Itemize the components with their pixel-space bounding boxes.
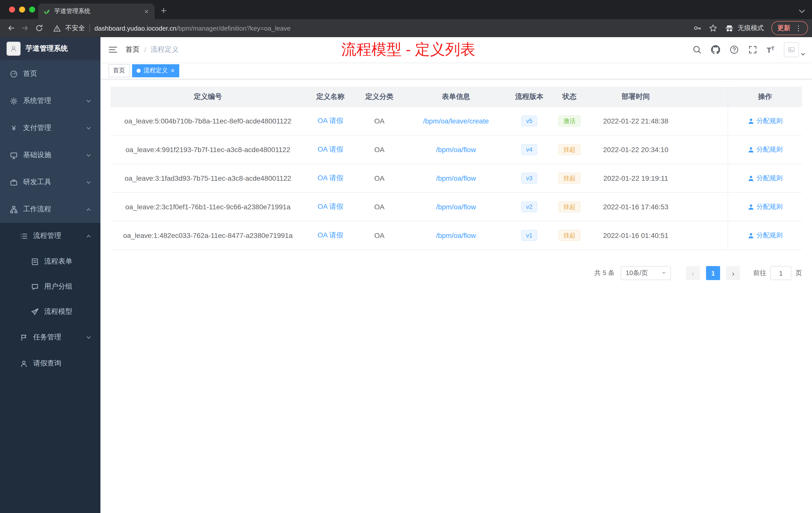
sidebar-item-devtools[interactable]: 研发工具 [0, 169, 100, 196]
sidebar-item-leave-query[interactable]: 请假查询 [0, 350, 100, 376]
status-badge: 激活 [558, 116, 580, 126]
user-menu[interactable] [784, 42, 806, 57]
definition-name-link[interactable]: OA 请假 [318, 174, 344, 182]
monitor-icon [10, 151, 18, 159]
security-label[interactable]: 不安全 [65, 24, 85, 33]
sidebar-item-payment[interactable]: ¥ 支付管理 [0, 115, 100, 142]
definition-name-link[interactable]: OA 请假 [318, 145, 344, 153]
form-info-link[interactable]: /bpm/oa/flow [436, 203, 476, 211]
help-icon[interactable] [729, 45, 738, 54]
sidebar-item-user-group[interactable]: 用户分组 [0, 274, 100, 299]
sidebar-item-home[interactable]: 首页 [0, 60, 100, 87]
font-size-icon[interactable]: TT [766, 46, 774, 54]
tab-search-icon[interactable] [799, 9, 805, 13]
goto-label: 前往 [753, 269, 766, 278]
gear-icon [10, 97, 18, 105]
cell-category: OA [355, 146, 403, 154]
menu-dots-icon[interactable]: ⋮ [795, 24, 802, 32]
person-icon [748, 175, 754, 181]
new-tab-button[interactable]: + [161, 5, 167, 16]
assign-rule-label: 分配规则 [756, 117, 783, 125]
definition-name-link[interactable]: OA 请假 [318, 202, 344, 210]
assign-rule-link[interactable]: 分配规则 [748, 202, 783, 211]
version-badge: v5 [521, 116, 537, 126]
sidebar-item-task-mgmt[interactable]: 任务管理 [0, 324, 100, 350]
assign-rule-link[interactable]: 分配规则 [748, 231, 783, 240]
browser-tab[interactable]: 芋道管理系统 × [38, 3, 155, 19]
tab-close-icon[interactable]: × [143, 7, 150, 15]
definition-table: 定义编号 定义名称 定义分类 表单信息 流程版本 状态 部署时间 操作 [111, 87, 802, 250]
goto-page-input[interactable] [770, 266, 791, 280]
fullscreen-icon[interactable] [748, 45, 757, 54]
fullscreen-window-button[interactable] [29, 6, 35, 12]
breadcrumb-home-link[interactable]: 首页 [125, 45, 140, 54]
sidebar-item-system[interactable]: 系统管理 [0, 87, 100, 115]
user-avatar[interactable] [784, 42, 799, 57]
menu-label: 流程管理 [33, 232, 61, 240]
minimize-window-button[interactable] [19, 6, 25, 12]
definition-name-link[interactable]: OA 请假 [318, 117, 344, 124]
toolbar-right: 无痕模式 更新 ⋮ [694, 21, 808, 35]
navbar-actions: TT [692, 42, 812, 57]
assign-rule-link[interactable]: 分配规则 [748, 174, 783, 183]
tag-home[interactable]: 首页 [109, 64, 129, 77]
chevron-down-icon [86, 179, 91, 185]
address-bar[interactable]: 不安全 dashboard.yudao.iocoder.cn/bpm/manag… [53, 24, 687, 33]
pagination-page-1-button[interactable]: 1 [706, 266, 720, 280]
sidebar: 芋道管理系统 首页 系统管理 ¥ [0, 37, 100, 513]
tag-process-definition[interactable]: 流程定义 × [132, 64, 179, 77]
form-info-link[interactable]: /bpm/oa/flow [436, 174, 476, 182]
annotation-title: 流程模型 - 定义列表 [341, 39, 475, 60]
pagination-prev-button[interactable]: ‹ [686, 266, 700, 280]
sidebar-item-process-mgmt[interactable]: 流程管理 [0, 223, 100, 249]
bookmark-star-icon[interactable] [709, 24, 717, 32]
menu-label: 工作流程 [23, 205, 51, 214]
assign-rule-link[interactable]: 分配规则 [748, 117, 783, 125]
sidebar-item-infrastructure[interactable]: 基础设施 [0, 142, 100, 169]
breadcrumb-separator: / [144, 46, 146, 54]
incognito-label: 无痕模式 [738, 24, 764, 33]
list-icon [20, 232, 28, 240]
forward-icon[interactable] [18, 21, 32, 35]
chevron-down-icon [86, 335, 91, 340]
cell-category: OA [355, 117, 403, 125]
assign-rule-label: 分配规则 [756, 202, 783, 211]
assign-rule-link[interactable]: 分配规则 [748, 145, 783, 154]
flag-icon [20, 334, 28, 341]
form-info-link[interactable]: /bpm/oa/leave/create [423, 117, 489, 125]
sidebar-menu: 首页 系统管理 ¥ 支付管理 [0, 60, 100, 513]
status-badge: 挂起 [558, 144, 580, 155]
sidebar-item-workflow[interactable]: 工作流程 [0, 196, 100, 223]
sidebar-item-process-model[interactable]: 流程模型 [0, 299, 100, 324]
url-host: dashboard.yudao.iocoder.cn [94, 24, 176, 32]
back-icon[interactable] [4, 21, 18, 35]
window-controls [9, 6, 35, 12]
url-text[interactable]: dashboard.yudao.iocoder.cn/bpm/manager/d… [94, 24, 290, 32]
page-size-select[interactable]: 10条/页 [621, 266, 671, 280]
github-icon[interactable] [711, 45, 720, 54]
cell-deploy-time: 2022-01-16 17:46:53 [589, 203, 683, 211]
breadcrumb: 首页 / 流程定义 [125, 45, 179, 54]
person-icon [748, 204, 754, 210]
tab-favicon-icon [43, 8, 50, 15]
update-button[interactable]: 更新 ⋮ [771, 21, 808, 35]
tag-close-icon[interactable]: × [171, 67, 174, 74]
hamburger-icon[interactable] [100, 45, 125, 55]
warning-triangle-icon [53, 24, 61, 32]
form-info-link[interactable]: /bpm/oa/flow [436, 146, 476, 154]
goto-suffix: 页 [795, 269, 802, 278]
definition-name-link[interactable]: OA 请假 [318, 231, 344, 239]
cell-definition-id: oa_leave:2:3c1f0ef1-76b1-11ec-9c66-a2380… [111, 203, 305, 211]
reload-icon[interactable] [32, 21, 46, 35]
form-info-link[interactable]: /bpm/oa/flow [436, 232, 476, 239]
dashboard-icon [10, 70, 18, 78]
key-icon[interactable] [694, 24, 701, 32]
logo-image [6, 42, 21, 56]
search-icon[interactable] [692, 45, 701, 54]
status-badge: 挂起 [558, 173, 580, 184]
pagination-next-button[interactable]: › [726, 266, 740, 280]
assign-rule-label: 分配规则 [756, 231, 783, 240]
close-window-button[interactable] [9, 6, 15, 12]
sidebar-logo[interactable]: 芋道管理系统 [0, 37, 100, 60]
sidebar-item-process-form[interactable]: 流程表单 [0, 249, 100, 274]
